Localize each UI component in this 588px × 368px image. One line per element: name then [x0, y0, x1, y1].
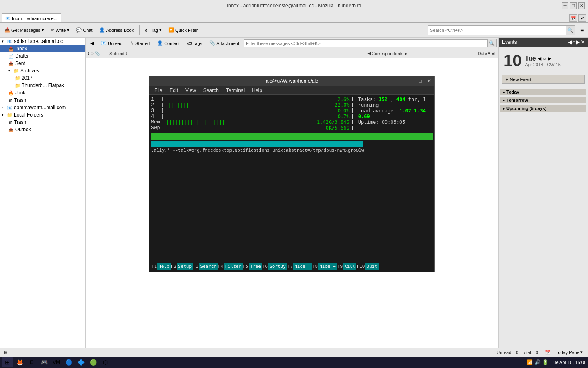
tags-filter-button[interactable]: 🏷 Tags [184, 40, 205, 47]
f9-item[interactable]: F9 Kill [337, 263, 356, 270]
junk-item[interactable]: 🔥 Junk [0, 89, 85, 96]
taskbar-games[interactable]: 🎮 [38, 357, 50, 367]
cal-next-button[interactable]: ▶ [548, 56, 551, 61]
taskbar-vm[interactable]: VM [51, 357, 62, 367]
f8-item[interactable]: F8 Nice + [312, 263, 337, 270]
f10-item[interactable]: F10 Quit [356, 263, 379, 270]
events-refresh-button[interactable]: ○ [572, 39, 575, 45]
account2-item[interactable]: ▸ 📧 gammawarm...mail.com [0, 104, 85, 111]
tag-button[interactable]: 🏷 Tag ▾ [142, 26, 165, 34]
terminal-title: alc@uAW:/var/home/alc [266, 78, 318, 84]
year-2017-item[interactable]: 📁 2017 [0, 74, 85, 82]
year-label: 2017 [22, 75, 33, 81]
thunderbird-flatpak-item[interactable]: 📁 Thunderb... Flatpak [0, 82, 85, 89]
search-input[interactable] [428, 28, 566, 33]
filter-search-input[interactable] [244, 41, 487, 46]
today-section-header[interactable]: ▸ Today [500, 89, 586, 95]
quick-filter-button[interactable]: 🔽 Quick Filter [165, 26, 201, 34]
filter-bar: ◀ 📧 Unread ☆ Starred 👤 Contact 🏷 Tags 📎 … [86, 38, 498, 49]
tomorrow-section-header[interactable]: ▸ Tomorrow [500, 97, 586, 103]
events-prev-button[interactable]: ◀ [568, 39, 572, 45]
drafts-item[interactable]: 📄 Drafts [0, 52, 85, 60]
account1-item[interactable]: ▾ 📧 adrianlucre...airmail.cc [0, 38, 85, 45]
starred-filter-button[interactable]: ☆ Starred [127, 39, 153, 47]
taskbar-time: Tue Apr 10, 15:08 [551, 360, 586, 365]
local-trash-item[interactable]: 🗑 Trash [0, 119, 85, 126]
f2-item[interactable]: F2 Setup [171, 263, 193, 270]
mem-label: Mem [151, 119, 160, 125]
contact-filter-button[interactable]: 👤 Contact [154, 39, 183, 47]
account1-label: adrianlucre...airmail.cc [14, 38, 63, 44]
close-button[interactable]: ✕ [578, 2, 585, 9]
taskbar-app6[interactable]: 🔷 [75, 357, 87, 367]
chat-button[interactable]: 💬 Chat [73, 26, 95, 34]
f1-item[interactable]: F1 Help [151, 263, 171, 270]
minimize-button[interactable]: ─ [562, 2, 568, 9]
terminal-body[interactable]: 1 [ | 2.6% ] 2 [ |||||||| [149, 95, 434, 272]
upcoming-section-header[interactable]: ▸ Upcoming (5 days) [500, 105, 586, 112]
attachment-icon: 📎 [209, 40, 215, 46]
back-button[interactable]: ◀ [87, 39, 96, 47]
trash1-item[interactable]: 🗑 Trash [0, 96, 85, 104]
archives-item[interactable]: ▾ 📁 Archives [0, 67, 85, 74]
filter-search-button[interactable]: 🔍 [487, 39, 496, 47]
cal-today-button[interactable]: ○ [543, 56, 546, 61]
inbox-icon: 📥 [8, 46, 14, 52]
today-pane-dropdown: ▾ [580, 350, 583, 355]
terminal-maximize-button[interactable]: □ [416, 77, 424, 85]
subject-column-header[interactable]: Subject ↕ [108, 51, 366, 56]
today-pane-button[interactable]: Today Pane ▾ [554, 348, 585, 356]
terminal-file-menu[interactable]: File [151, 87, 165, 94]
inbox-item[interactable]: 📥 Inbox [0, 45, 85, 52]
taskbar-app5[interactable]: 🔵 [63, 357, 74, 367]
local-label: Local Folders [14, 112, 43, 118]
start-button[interactable]: ⊞ [2, 357, 13, 367]
search-button[interactable]: 🔍 [566, 26, 575, 35]
f7-item[interactable]: F7 Nice - [287, 263, 312, 270]
trash1-label: Trash [14, 97, 26, 103]
write-button[interactable]: ✏ Write ▾ [48, 26, 72, 34]
terminal-edit-menu[interactable]: Edit [166, 87, 181, 94]
terminal-search-menu[interactable]: Search [200, 87, 222, 94]
terminal-view-menu[interactable]: View [182, 87, 199, 94]
get-messages-button[interactable]: 📥 Get Messages ▾ [2, 26, 47, 34]
hamburger-menu-button[interactable]: ≡ [577, 25, 586, 35]
terminal-help-menu[interactable]: Help [249, 87, 265, 94]
taskbar-terminal[interactable]: 🖥 [26, 357, 38, 367]
taskbar-firefox[interactable]: 🦊 [14, 357, 25, 367]
f5-item[interactable]: F5 Tree [243, 263, 262, 270]
cpu2-bar: 2 [ |||||||| 22.0% ] [151, 102, 354, 108]
tasks-button[interactable]: ✔ [578, 14, 586, 22]
drafts-label: Drafts [15, 53, 28, 59]
new-event-button[interactable]: + New Event [502, 75, 585, 84]
f4-item[interactable]: F4 Filter [218, 263, 243, 270]
taskbar-app8[interactable]: ⬡ [100, 357, 111, 367]
attachment-filter-button[interactable]: 📎 Attachment [207, 39, 242, 47]
volume-icon: 🔊 [535, 359, 541, 365]
f3-item[interactable]: F3 Search [193, 263, 218, 270]
correspondents-column-header[interactable]: ◀ Correspondents ● [366, 51, 448, 56]
address-book-button[interactable]: 👤 Address Book [96, 26, 137, 34]
cal-prev-button[interactable]: ◀ [538, 56, 541, 61]
unread-filter-icon: 📧 [101, 40, 107, 46]
outbox-item[interactable]: 📤 Outbox [0, 126, 85, 133]
calendar-button[interactable]: 📅 [569, 14, 577, 22]
tab-inbox[interactable]: 📧 Inbox - adrianlucrece... [2, 13, 61, 22]
events-close-button[interactable]: ✕ [581, 39, 585, 45]
date-column-header[interactable]: Date ▾ ⊞ [448, 51, 497, 56]
htop-load-line: Load average: 1.02 1.34 0.69 [358, 108, 433, 119]
filter-search-bar: 🔍 [244, 39, 497, 47]
unread-filter-button[interactable]: 📧 Unread [98, 39, 125, 47]
maximize-button[interactable]: □ [570, 2, 577, 9]
htop-tasks-line: Tasks: 152 , 484 thr; 1 running [358, 96, 433, 108]
sent-item[interactable]: 📤 Sent [0, 60, 85, 67]
terminal-terminal-menu[interactable]: Terminal [223, 87, 248, 94]
toolbar-separator [139, 25, 140, 35]
archives-icon: 📁 [13, 68, 19, 74]
events-next-button[interactable]: ▶ [576, 39, 580, 45]
f6-item[interactable]: F6 SortBy [262, 263, 287, 270]
terminal-minimize-button[interactable]: ─ [408, 77, 415, 85]
taskbar-app7[interactable]: 🟢 [87, 357, 99, 367]
terminal-close-button[interactable]: ✕ [425, 77, 433, 85]
local-folders-item[interactable]: ▾ 📁 Local Folders [0, 111, 85, 119]
